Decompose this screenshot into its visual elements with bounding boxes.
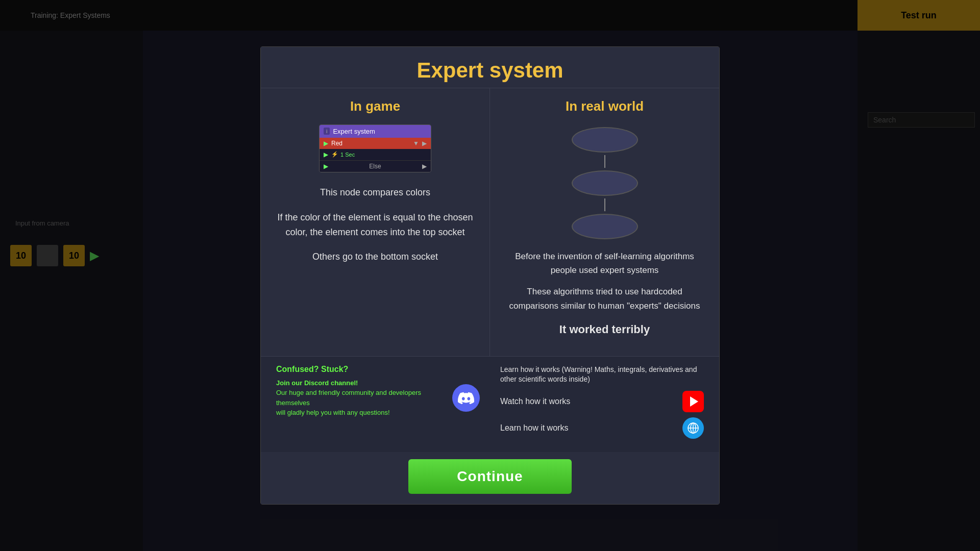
real-world-text2: These algorithms tried to use hardcoded … — [505, 285, 704, 312]
youtube-play-icon — [690, 396, 698, 407]
else-play[interactable]: ▶ — [324, 163, 328, 170]
flow-arrow-1 — [604, 155, 605, 168]
node-header: i Expert system — [320, 125, 431, 138]
else-arrow: ▶ — [422, 163, 427, 170]
node-color-row: ▶ Red ▼ ▶ — [320, 138, 431, 149]
footer-discord-section: Confused? Stuck? Join our Discord channe… — [276, 365, 480, 418]
node-play-timer[interactable]: ▶ — [324, 151, 328, 158]
flow-node-middle — [572, 170, 638, 196]
learn-description: Learn how it works (Warning! Maths, inte… — [500, 365, 704, 385]
in-game-header: In game — [276, 98, 474, 114]
real-world-text: Before the invention of self-learning al… — [505, 249, 704, 338]
youtube-button[interactable] — [682, 391, 704, 412]
node-info-badge: i — [324, 128, 330, 135]
dropdown-arrow[interactable]: ▼ — [413, 140, 419, 147]
watch-label: Watch how it works — [500, 397, 570, 406]
footer-links-section: Learn how it works (Warning! Maths, inte… — [490, 365, 704, 444]
desc1: This node compares colors — [276, 185, 474, 200]
node-name: Expert system — [333, 128, 375, 135]
discord-desc: Our huge and friendly community and deve… — [276, 388, 445, 418]
else-label: Else — [369, 163, 381, 170]
timer-icon: ⚡ — [331, 151, 338, 158]
continue-section: Continue — [261, 452, 719, 504]
node-timer: ⚡ 1 Sec — [331, 151, 355, 158]
discord-section: Join our Discord channel! Our huge and f… — [276, 378, 480, 418]
flow-arrow-2 — [604, 198, 605, 211]
modal-title: Expert system — [276, 58, 704, 83]
globe-button[interactable] — [682, 417, 704, 439]
discord-icon[interactable] — [452, 384, 480, 412]
modal-body: In game i Expert system ▶ Red ▼ ▶ ▶ — [261, 88, 719, 356]
node-arrow-right: ▶ — [422, 140, 427, 147]
desc2: If the color of the element is equal to … — [276, 210, 474, 240]
learn-row: Learn how it works — [500, 417, 704, 439]
color-label: Red — [331, 140, 410, 147]
in-game-description: This node compares colors If the color o… — [276, 185, 474, 264]
in-game-column: In game i Expert system ▶ Red ▼ ▶ ▶ — [261, 88, 490, 356]
desc3: Others go to the bottom socket — [276, 249, 474, 264]
real-world-header: In real world — [505, 98, 704, 114]
watch-row: Watch how it works — [500, 391, 704, 412]
real-world-text3: It worked terribly — [505, 320, 704, 338]
modal-header: Expert system — [261, 47, 719, 88]
expert-system-node: i Expert system ▶ Red ▼ ▶ ▶ ⚡ 1 Sec — [319, 124, 431, 172]
node-timer-row: ▶ ⚡ 1 Sec — [320, 149, 431, 160]
in-real-world-column: In real world Before the invention of se… — [490, 88, 719, 356]
discord-title: Join our Discord channel! — [276, 378, 445, 388]
confused-label: Confused? Stuck? — [276, 365, 480, 374]
continue-button[interactable]: Continue — [408, 459, 572, 494]
modal-footer: Confused? Stuck? Join our Discord channe… — [261, 356, 719, 452]
flow-diagram — [505, 124, 704, 242]
learn-label: Learn how it works — [500, 423, 568, 433]
real-world-text1: Before the invention of self-learning al… — [505, 249, 704, 277]
flow-node-top — [572, 127, 638, 153]
node-play-left[interactable]: ▶ — [324, 140, 328, 147]
timer-label: 1 Sec — [340, 152, 355, 158]
discord-title-text: Join our Discord channel! — [276, 379, 358, 387]
expert-system-modal: Expert system In game i Expert system ▶ … — [260, 46, 720, 505]
node-else-row: ▶ Else ▶ — [320, 160, 431, 172]
modal-overlay: Expert system In game i Expert system ▶ … — [0, 0, 980, 551]
flow-node-bottom — [572, 214, 638, 239]
